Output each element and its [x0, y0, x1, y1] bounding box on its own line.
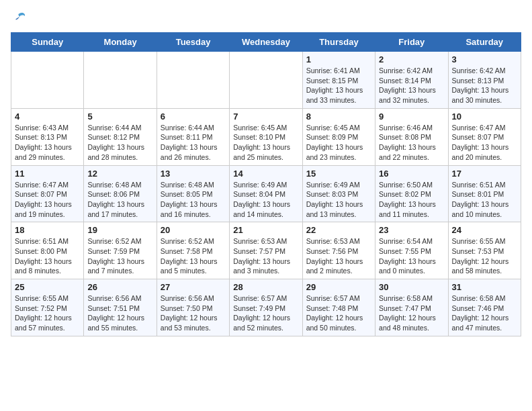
weekday-thursday: Thursday — [302, 33, 375, 52]
calendar-header: SundayMondayTuesdayWednesdayThursdayFrid… — [11, 33, 521, 52]
weekday-saturday: Saturday — [448, 33, 521, 52]
weekday-friday: Friday — [375, 33, 448, 52]
day-number: 5 — [87, 111, 152, 122]
week-row-2: 4Sunrise: 6:43 AM Sunset: 8:13 PM Daylig… — [11, 108, 521, 165]
day-number: 31 — [452, 282, 517, 292]
day-info: Sunrise: 6:53 AM Sunset: 7:56 PM Dayligh… — [306, 236, 371, 276]
day-info: Sunrise: 6:56 AM Sunset: 7:51 PM Dayligh… — [87, 293, 152, 333]
day-number: 26 — [87, 282, 152, 292]
day-info: Sunrise: 6:42 AM Sunset: 8:14 PM Dayligh… — [379, 66, 444, 105]
week-row-1: 1Sunrise: 6:41 AM Sunset: 8:15 PM Daylig… — [11, 52, 521, 109]
calendar-cell — [84, 52, 157, 109]
day-info: Sunrise: 6:50 AM Sunset: 8:02 PM Dayligh… — [379, 180, 444, 220]
day-info: Sunrise: 6:56 AM Sunset: 7:50 PM Dayligh… — [161, 293, 226, 333]
calendar-cell: 9Sunrise: 6:46 AM Sunset: 8:08 PM Daylig… — [375, 108, 448, 165]
week-row-4: 18Sunrise: 6:51 AM Sunset: 8:00 PM Dayli… — [11, 222, 521, 279]
logo — [11, 11, 28, 26]
day-info: Sunrise: 6:49 AM Sunset: 8:03 PM Dayligh… — [306, 180, 371, 220]
day-info: Sunrise: 6:45 AM Sunset: 8:09 PM Dayligh… — [306, 123, 371, 163]
day-info: Sunrise: 6:53 AM Sunset: 7:57 PM Dayligh… — [233, 236, 298, 276]
calendar-cell: 6Sunrise: 6:44 AM Sunset: 8:11 PM Daylig… — [157, 108, 229, 165]
calendar-cell: 5Sunrise: 6:44 AM Sunset: 8:12 PM Daylig… — [84, 108, 157, 165]
calendar-cell: 16Sunrise: 6:50 AM Sunset: 8:02 PM Dayli… — [375, 165, 448, 222]
calendar-table: SundayMondayTuesdayWednesdayThursdayFrid… — [11, 32, 521, 336]
calendar-cell: 31Sunrise: 6:58 AM Sunset: 7:46 PM Dayli… — [448, 279, 521, 336]
day-number: 2 — [379, 54, 444, 64]
day-number: 21 — [233, 225, 298, 235]
calendar-cell: 20Sunrise: 6:52 AM Sunset: 7:58 PM Dayli… — [157, 222, 229, 279]
day-info: Sunrise: 6:58 AM Sunset: 7:46 PM Dayligh… — [452, 293, 517, 333]
day-number: 24 — [452, 225, 517, 235]
day-number: 27 — [161, 282, 226, 292]
calendar-cell: 4Sunrise: 6:43 AM Sunset: 8:13 PM Daylig… — [11, 108, 84, 165]
calendar-cell: 27Sunrise: 6:56 AM Sunset: 7:50 PM Dayli… — [157, 279, 229, 336]
day-info: Sunrise: 6:57 AM Sunset: 7:48 PM Dayligh… — [306, 293, 371, 333]
calendar-cell: 11Sunrise: 6:47 AM Sunset: 8:07 PM Dayli… — [11, 165, 84, 222]
week-row-3: 11Sunrise: 6:47 AM Sunset: 8:07 PM Dayli… — [11, 165, 521, 222]
day-info: Sunrise: 6:47 AM Sunset: 8:07 PM Dayligh… — [452, 123, 517, 163]
calendar-cell: 14Sunrise: 6:49 AM Sunset: 8:04 PM Dayli… — [230, 165, 302, 222]
calendar-cell — [230, 52, 302, 109]
day-info: Sunrise: 6:41 AM Sunset: 8:15 PM Dayligh… — [306, 66, 371, 105]
calendar-cell: 26Sunrise: 6:56 AM Sunset: 7:51 PM Dayli… — [84, 279, 157, 336]
calendar-cell: 24Sunrise: 6:55 AM Sunset: 7:53 PM Dayli… — [448, 222, 521, 279]
day-info: Sunrise: 6:52 AM Sunset: 7:59 PM Dayligh… — [87, 236, 152, 276]
page-header — [11, 11, 521, 26]
calendar-cell: 21Sunrise: 6:53 AM Sunset: 7:57 PM Dayli… — [230, 222, 302, 279]
day-info: Sunrise: 6:54 AM Sunset: 7:55 PM Dayligh… — [379, 236, 444, 276]
day-number: 20 — [161, 225, 226, 235]
day-number: 23 — [379, 225, 444, 235]
calendar-cell: 12Sunrise: 6:48 AM Sunset: 8:06 PM Dayli… — [84, 165, 157, 222]
week-row-5: 25Sunrise: 6:55 AM Sunset: 7:52 PM Dayli… — [11, 279, 521, 336]
weekday-header-row: SundayMondayTuesdayWednesdayThursdayFrid… — [11, 33, 521, 52]
calendar-cell — [157, 52, 229, 109]
logo-bird-icon — [12, 11, 27, 26]
day-info: Sunrise: 6:57 AM Sunset: 7:49 PM Dayligh… — [233, 293, 298, 333]
weekday-monday: Monday — [84, 33, 157, 52]
day-number: 12 — [87, 169, 152, 179]
day-number: 14 — [233, 169, 298, 179]
day-info: Sunrise: 6:58 AM Sunset: 7:47 PM Dayligh… — [379, 293, 444, 333]
day-number: 16 — [379, 169, 444, 179]
calendar-cell: 28Sunrise: 6:57 AM Sunset: 7:49 PM Dayli… — [230, 279, 302, 336]
calendar-cell: 17Sunrise: 6:51 AM Sunset: 8:01 PM Dayli… — [448, 165, 521, 222]
calendar-cell: 23Sunrise: 6:54 AM Sunset: 7:55 PM Dayli… — [375, 222, 448, 279]
day-number: 15 — [306, 169, 371, 179]
calendar-body: 1Sunrise: 6:41 AM Sunset: 8:15 PM Daylig… — [11, 52, 521, 336]
day-number: 17 — [452, 169, 517, 179]
day-number: 4 — [15, 111, 80, 122]
calendar-cell: 10Sunrise: 6:47 AM Sunset: 8:07 PM Dayli… — [448, 108, 521, 165]
calendar-cell: 13Sunrise: 6:48 AM Sunset: 8:05 PM Dayli… — [157, 165, 229, 222]
day-info: Sunrise: 6:46 AM Sunset: 8:08 PM Dayligh… — [379, 123, 444, 163]
day-number: 1 — [306, 54, 371, 64]
day-info: Sunrise: 6:55 AM Sunset: 7:52 PM Dayligh… — [15, 293, 80, 333]
day-info: Sunrise: 6:52 AM Sunset: 7:58 PM Dayligh… — [161, 236, 226, 276]
day-info: Sunrise: 6:47 AM Sunset: 8:07 PM Dayligh… — [15, 180, 80, 220]
calendar-cell: 29Sunrise: 6:57 AM Sunset: 7:48 PM Dayli… — [302, 279, 375, 336]
calendar-cell: 18Sunrise: 6:51 AM Sunset: 8:00 PM Dayli… — [11, 222, 84, 279]
calendar-cell: 30Sunrise: 6:58 AM Sunset: 7:47 PM Dayli… — [375, 279, 448, 336]
weekday-wednesday: Wednesday — [230, 33, 302, 52]
weekday-tuesday: Tuesday — [157, 33, 229, 52]
calendar-cell: 2Sunrise: 6:42 AM Sunset: 8:14 PM Daylig… — [375, 52, 448, 109]
day-number: 29 — [306, 282, 371, 292]
calendar-cell: 1Sunrise: 6:41 AM Sunset: 8:15 PM Daylig… — [302, 52, 375, 109]
calendar-cell: 25Sunrise: 6:55 AM Sunset: 7:52 PM Dayli… — [11, 279, 84, 336]
day-info: Sunrise: 6:44 AM Sunset: 8:12 PM Dayligh… — [87, 123, 152, 163]
weekday-sunday: Sunday — [11, 33, 84, 52]
day-number: 30 — [379, 282, 444, 292]
day-info: Sunrise: 6:48 AM Sunset: 8:06 PM Dayligh… — [87, 180, 152, 220]
day-info: Sunrise: 6:43 AM Sunset: 8:13 PM Dayligh… — [15, 123, 80, 163]
day-number: 11 — [15, 169, 80, 179]
day-number: 25 — [15, 282, 80, 292]
day-number: 7 — [233, 111, 298, 122]
calendar-cell: 3Sunrise: 6:42 AM Sunset: 8:13 PM Daylig… — [448, 52, 521, 109]
calendar-cell: 15Sunrise: 6:49 AM Sunset: 8:03 PM Dayli… — [302, 165, 375, 222]
day-info: Sunrise: 6:49 AM Sunset: 8:04 PM Dayligh… — [233, 180, 298, 220]
day-info: Sunrise: 6:42 AM Sunset: 8:13 PM Dayligh… — [452, 66, 517, 105]
day-number: 8 — [306, 111, 371, 122]
day-number: 19 — [87, 225, 152, 235]
calendar-cell: 8Sunrise: 6:45 AM Sunset: 8:09 PM Daylig… — [302, 108, 375, 165]
day-number: 10 — [452, 111, 517, 122]
day-info: Sunrise: 6:48 AM Sunset: 8:05 PM Dayligh… — [161, 180, 226, 220]
